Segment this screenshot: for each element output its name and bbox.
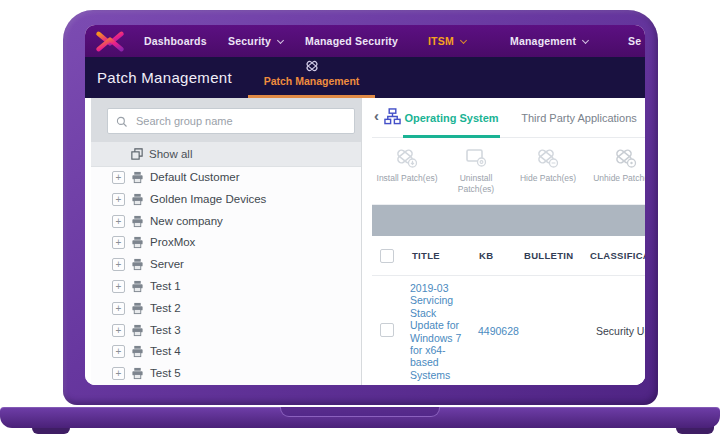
table-row: 2019-03 Servicing Stack Update for Windo… (372, 276, 645, 385)
group-tree: + Default Customer + Golden Image Device… (91, 167, 361, 385)
search-group-input[interactable] (136, 110, 350, 132)
patch-install-icon (395, 147, 419, 168)
column-header-bulletin: BULLETIN (524, 250, 573, 261)
select-all-checkbox[interactable] (380, 249, 394, 263)
search-area (91, 98, 361, 142)
selection-toolbar (372, 205, 645, 236)
unhide-patches-button[interactable]: Unhide Patch(es) (584, 138, 645, 205)
kb-link[interactable]: 4490628 (478, 325, 519, 337)
tab-third-party-applications[interactable]: Third Party Applications (519, 98, 639, 138)
nav-item-se[interactable]: Se (628, 25, 641, 57)
column-header-title: TITLE (412, 250, 440, 261)
show-all-icon (131, 148, 143, 160)
patch-uninstall-icon (464, 147, 488, 168)
table-header-row: TITLE KB BULLETIN CLASSIFICATION (372, 236, 645, 276)
top-navbar: Dashboards Security Managed Security ITS… (85, 25, 645, 57)
tree-item[interactable]: + Default Customer (91, 167, 361, 189)
expand-button[interactable]: + (112, 280, 125, 293)
nav-item-management[interactable]: Management (510, 25, 588, 57)
nav-item-security[interactable]: Security (228, 25, 283, 57)
patch-management-tab-label: Patch Management (248, 75, 375, 87)
app-screen: Dashboards Security Managed Security ITS… (85, 25, 645, 385)
chevron-down-icon (277, 37, 284, 44)
expand-button[interactable]: + (112, 302, 125, 315)
tree-item[interactable]: + Test 1 (91, 276, 361, 298)
column-header-kb: KB (479, 250, 493, 261)
column-header-classification: CLASSIFICATION (590, 250, 645, 261)
tree-item[interactable]: + Test 3 (91, 320, 361, 342)
printer-icon (131, 258, 144, 271)
hierarchy-icon[interactable] (384, 108, 401, 125)
search-box (107, 108, 355, 134)
install-patches-button[interactable]: Install Patch(es) (372, 138, 442, 205)
row-checkbox[interactable] (380, 323, 394, 337)
nav-item-itsm[interactable]: ITSM (428, 25, 466, 57)
group-label: Test 4 (150, 341, 181, 363)
action-label: Install Patch(es) (372, 173, 442, 184)
nav-item-dashboards[interactable]: Dashboards (144, 25, 207, 57)
laptop-mockup: Dashboards Security Managed Security ITS… (0, 0, 720, 435)
show-all-button[interactable]: Show all (91, 142, 361, 167)
patch-unhide-icon (614, 147, 638, 168)
uninstall-patches-button[interactable]: Uninstall Patch(es) (444, 138, 508, 205)
patch-management-tab[interactable]: Patch Management (248, 57, 375, 98)
patch-icon (305, 59, 319, 73)
group-label: New company (150, 211, 223, 233)
group-label: Test 1 (150, 276, 181, 298)
classification-cell: Security Updates (596, 325, 645, 337)
tree-item[interactable]: + Golden Image Devices (91, 189, 361, 211)
printer-icon (131, 193, 144, 206)
hide-patches-button[interactable]: Hide Patch(es) (512, 138, 584, 205)
search-icon (116, 116, 128, 128)
chevron-down-icon (582, 37, 589, 44)
printer-icon (131, 236, 144, 249)
patch-hide-icon (536, 147, 560, 168)
expand-button[interactable]: + (112, 215, 125, 228)
tree-item[interactable]: + Test 4 (91, 341, 361, 363)
brand-x-logo-icon (94, 29, 126, 54)
expand-button[interactable]: + (112, 324, 125, 337)
tree-item[interactable]: + Server (91, 254, 361, 276)
laptop-base-notch (280, 407, 440, 417)
nav-item-managed-security[interactable]: Managed Security (305, 25, 398, 57)
expand-button[interactable]: + (112, 193, 125, 206)
expand-button[interactable]: + (112, 258, 125, 271)
tree-item[interactable]: + Test 5 (91, 363, 361, 385)
actions-toolbar: Install Patch(es) Uninstall Patch(es) (372, 138, 645, 205)
content-area: Show all + Default Customer + Golden Ima… (85, 98, 645, 385)
expand-button[interactable]: + (112, 236, 125, 249)
printer-icon (131, 171, 144, 184)
printer-icon (131, 367, 144, 380)
page-title: Patch Management (97, 57, 232, 98)
title-bar: Patch Management Patch Management (85, 57, 645, 98)
tree-item[interactable]: + ProxMox (91, 232, 361, 254)
printer-icon (131, 302, 144, 315)
patch-title-link[interactable]: 2019-03 Servicing Stack Update for Windo… (410, 282, 466, 381)
printer-icon (131, 324, 144, 337)
patch-tabs-row: ‹ Operating System Third Party Applicati… (372, 98, 645, 138)
group-label: Golden Image Devices (150, 189, 266, 211)
expand-button[interactable]: + (112, 171, 125, 184)
action-label: Hide Patch(es) (512, 173, 584, 184)
group-label: Test 2 (150, 298, 181, 320)
printer-icon (131, 345, 144, 358)
action-label: Uninstall Patch(es) (444, 173, 508, 195)
action-label: Unhide Patch(es) (584, 173, 645, 184)
tree-item[interactable]: + New company (91, 211, 361, 233)
patches-panel: ‹ Operating System Third Party Applicati… (372, 98, 645, 385)
printer-icon (131, 215, 144, 228)
chevron-down-icon (460, 37, 467, 44)
expand-button[interactable]: + (112, 367, 125, 380)
collapse-sidebar-button[interactable]: ‹ (374, 107, 379, 124)
group-label: Server (150, 254, 184, 276)
show-all-label: Show all (149, 142, 192, 167)
group-label: Test 5 (150, 363, 181, 385)
printer-icon (131, 280, 144, 293)
group-label: Default Customer (150, 167, 239, 189)
tree-item[interactable]: + Test 2 (91, 298, 361, 320)
tab-operating-system[interactable]: Operating System (403, 98, 500, 138)
group-label: ProxMox (150, 232, 195, 254)
group-label: Test 3 (150, 320, 181, 342)
device-groups-sidebar: Show all + Default Customer + Golden Ima… (91, 98, 362, 385)
expand-button[interactable]: + (112, 345, 125, 358)
